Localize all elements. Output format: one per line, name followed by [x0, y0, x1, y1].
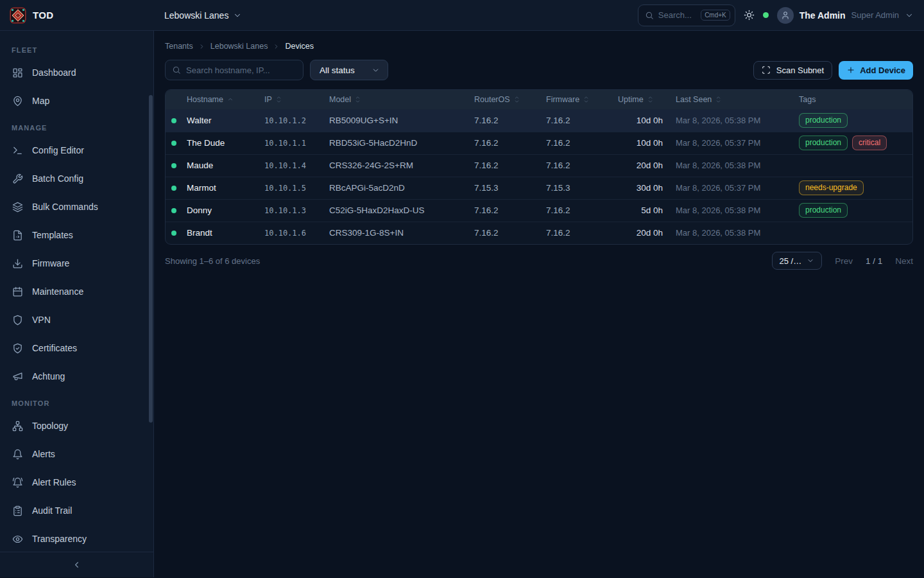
sidebar-item-label: Alert Rules: [32, 477, 76, 487]
sidebar-item-topology[interactable]: Topology: [0, 412, 153, 440]
devices-table: Hostname IP Model RouterOS Firmware Upti…: [165, 89, 913, 245]
sidebar-item-label: Templates: [32, 230, 73, 240]
cell-tags: production: [799, 199, 912, 222]
breadcrumb-tenant-name[interactable]: Lebowski Lanes: [210, 42, 268, 51]
column-firmware[interactable]: Firmware: [546, 90, 618, 109]
column-uptime[interactable]: Uptime: [618, 90, 676, 109]
sidebar-item-label: Achtung: [32, 371, 65, 381]
sidebar-item-bulk-commands[interactable]: Bulk Commands: [0, 193, 153, 221]
sidebar-item-label: Certificates: [32, 343, 77, 353]
cell-uptime: 30d 0h: [618, 177, 676, 199]
cell-model: RBcAPGi-5acD2nD: [329, 177, 474, 199]
sidebar-item-vpn[interactable]: VPN: [0, 306, 153, 334]
sidebar-item-maintenance[interactable]: Maintenance: [0, 277, 153, 306]
table-row-walter[interactable]: Walter 10.10.1.2 RB5009UG+S+IN 7.16.2 7.…: [166, 109, 912, 132]
app-logo[interactable]: TOD: [0, 7, 154, 24]
sidebar-item-label: Audit Trail: [32, 505, 72, 516]
sidebar-collapse-button[interactable]: [0, 552, 153, 577]
cell-ip: 10.10.1.1: [264, 132, 329, 154]
sidebar-item-alerts[interactable]: Alerts: [0, 440, 153, 468]
user-menu[interactable]: The Admin Super Admin: [777, 7, 914, 24]
sidebar-item-transparency[interactable]: Transparency: [0, 525, 153, 552]
dashboard-icon: [12, 67, 23, 78]
cell-tags: production: [799, 109, 912, 132]
column-hostname[interactable]: Hostname: [187, 90, 264, 109]
breadcrumb-tenants[interactable]: Tenants: [165, 42, 193, 51]
cell-hostname: Donny: [187, 199, 264, 222]
sidebar-item-templates[interactable]: Templates: [0, 221, 153, 249]
table-row-brandt[interactable]: Brandt 10.10.1.6 CRS309-1G-8S+IN 7.16.2 …: [166, 222, 912, 244]
cell-ip: 10.10.1.3: [264, 199, 329, 222]
prev-page-button[interactable]: Prev: [835, 256, 853, 266]
column-last-seen[interactable]: Last Seen: [676, 90, 799, 109]
column-routeros[interactable]: RouterOS: [474, 90, 546, 109]
page-size-select[interactable]: 25 /…: [772, 252, 823, 270]
sidebar-item-label: Topology: [32, 421, 68, 431]
table-row-marmot[interactable]: Marmot 10.10.1.5 RBcAPGi-5acD2nD 7.15.3 …: [166, 177, 912, 199]
table-header-row: Hostname IP Model RouterOS Firmware Upti…: [166, 90, 912, 109]
sidebar-item-label: Bulk Commands: [32, 202, 98, 212]
sidebar-item-batch-config[interactable]: Batch Config: [0, 164, 153, 193]
section-label-manage: Manage: [0, 124, 153, 132]
sidebar-item-config-editor[interactable]: Config Editor: [0, 136, 153, 164]
plus-icon: [846, 66, 855, 74]
sidebar-item-certificates[interactable]: Certificates: [0, 334, 153, 362]
global-search[interactable]: Cmd+K: [638, 4, 735, 26]
topbar: TOD Lebowski Lanes Cmd+K: [0, 0, 924, 31]
cell-model: CRS326-24G-2S+RM: [329, 154, 474, 177]
bell-ring-icon: [12, 477, 23, 488]
column-tags: Tags: [799, 90, 912, 109]
tag-needs-upgrade: needs-upgrade: [799, 180, 864, 195]
cell-last-seen: Mar 8, 2026, 05:37 PM: [676, 177, 799, 199]
sidebar-item-label: Alerts: [32, 449, 55, 459]
sidebar-item-firmware[interactable]: Firmware: [0, 249, 153, 277]
breadcrumb-devices: Devices: [285, 42, 313, 51]
device-search-input[interactable]: [186, 66, 296, 75]
sidebar-item-label: Map: [32, 96, 49, 106]
cell-firmware: 7.16.2: [546, 109, 618, 132]
cell-hostname: The Dude: [187, 132, 264, 154]
status-filter-select[interactable]: All status: [310, 60, 388, 80]
app-name: TOD: [33, 10, 54, 21]
wrench-icon: [12, 173, 23, 184]
cell-hostname: Marmot: [187, 177, 264, 199]
global-search-input[interactable]: [658, 10, 696, 20]
search-icon: [645, 11, 654, 20]
table-controls: All status Scan Subnet Add Device: [165, 60, 913, 80]
cell-last-seen: Mar 8, 2026, 05:38 PM: [676, 154, 799, 177]
sidebar-item-audit-trail[interactable]: Audit Trail: [0, 496, 153, 525]
cell-hostname: Brandt: [187, 222, 264, 244]
theme-toggle-sun-icon[interactable]: [744, 10, 755, 21]
sort-icon: [514, 96, 520, 103]
table-row-the-dude[interactable]: The Dude 10.10.1.1 RBD53iG-5HacD2HnD 7.1…: [166, 132, 912, 154]
tag-production: production: [799, 203, 848, 218]
sort-icon: [276, 96, 282, 103]
page-size-value: 25 /…: [780, 256, 802, 266]
column-model[interactable]: Model: [329, 90, 474, 109]
column-ip[interactable]: IP: [264, 90, 329, 109]
sidebar-scrollbar[interactable]: [149, 95, 153, 423]
tenant-selector[interactable]: Lebowski Lanes: [154, 10, 242, 21]
sidebar-item-alert-rules[interactable]: Alert Rules: [0, 468, 153, 496]
cell-ip: 10.10.1.2: [264, 109, 329, 132]
main-content: Tenants Lebowski Lanes Devices All statu…: [154, 31, 924, 577]
status-dot-online: [171, 231, 176, 236]
device-search[interactable]: [165, 60, 304, 80]
terminal-icon: [12, 145, 23, 156]
table-row-maude[interactable]: Maude 10.10.1.4 CRS326-24G-2S+RM 7.16.2 …: [166, 154, 912, 177]
pagination: 25 /… Prev 1 / 1 Next: [772, 252, 914, 270]
cell-tags: [799, 154, 912, 177]
sort-icon: [647, 96, 653, 103]
clipboard-list-icon: [12, 505, 23, 516]
chevron-down-icon: [905, 11, 914, 20]
table-row-donny[interactable]: Donny 10.10.1.3 C52iG-5HaxD2HaxD-US 7.16…: [166, 199, 912, 222]
sidebar-item-achtung[interactable]: Achtung: [0, 362, 153, 390]
cell-uptime: 10d 0h: [618, 109, 676, 132]
sidebar-item-dashboard[interactable]: Dashboard: [0, 58, 153, 87]
sidebar-item-map[interactable]: Map: [0, 87, 153, 115]
next-page-button[interactable]: Next: [895, 256, 913, 266]
cell-routeros: 7.16.2: [474, 154, 546, 177]
eye-icon: [12, 534, 23, 545]
add-device-button[interactable]: Add Device: [839, 61, 913, 80]
scan-subnet-button[interactable]: Scan Subnet: [753, 61, 832, 80]
